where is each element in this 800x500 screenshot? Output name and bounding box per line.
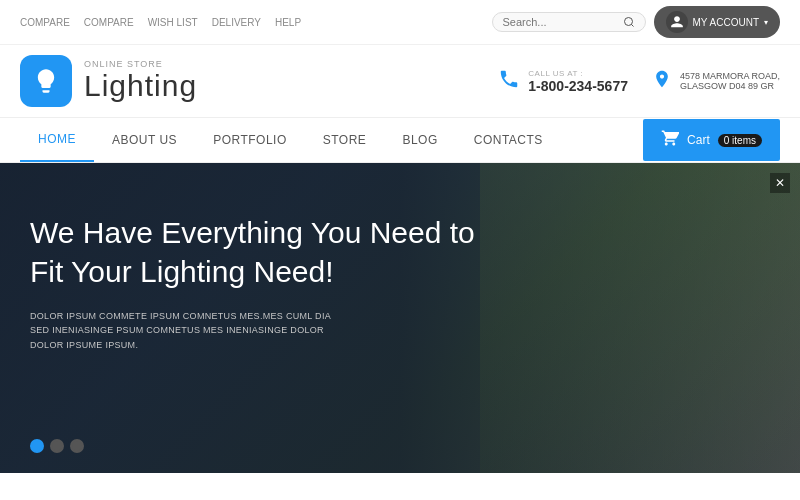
phone-label: CALL US AT : — [528, 69, 628, 78]
phone-number: 1-800-234-5677 — [528, 78, 628, 94]
address-line1: 4578 MARMORA ROAD, — [680, 71, 780, 81]
avatar — [666, 11, 688, 33]
chevron-down-icon: ▾ — [764, 18, 768, 27]
nav-store[interactable]: STORE — [305, 119, 385, 161]
phone-icon — [498, 68, 520, 95]
logo-icon — [20, 55, 72, 107]
dot-3[interactable] — [70, 439, 84, 453]
account-label: MY ACCOUNT — [693, 17, 760, 28]
search-button[interactable] — [623, 16, 635, 28]
cart-svg — [661, 129, 679, 147]
dot-1[interactable] — [30, 439, 44, 453]
cart-count: 0 items — [718, 134, 762, 147]
hero-decoration — [480, 163, 800, 473]
search-input[interactable] — [503, 16, 623, 28]
online-store-label: ONLINE STORE — [84, 59, 197, 69]
phone-details: CALL US AT : 1-800-234-5677 — [528, 69, 628, 94]
hero-section: We Have Everything You Need to Fit Your … — [0, 163, 800, 473]
logo-text-area: ONLINE STORE Lighting — [84, 59, 197, 103]
dot-2[interactable] — [50, 439, 64, 453]
compare-link-1[interactable]: COMPARE — [20, 17, 70, 28]
search-box — [492, 12, 646, 32]
cart-button[interactable]: Cart 0 items — [643, 119, 780, 161]
logo-area: ONLINE STORE Lighting — [20, 55, 197, 107]
hero-content: We Have Everything You Need to Fit Your … — [0, 163, 520, 382]
account-button[interactable]: MY ACCOUNT ▾ — [654, 6, 781, 38]
phone-contact: CALL US AT : 1-800-234-5677 — [498, 68, 628, 95]
lightbulb-icon — [32, 67, 60, 95]
cart-icon — [661, 129, 679, 151]
nav-about[interactable]: ABOUT US — [94, 119, 195, 161]
compare-link-2[interactable]: COMPARE — [84, 17, 134, 28]
navbar: HOME ABOUT US PORTFOLIO STORE BLOG CONTA… — [0, 117, 800, 163]
hero-close-button[interactable]: ✕ — [770, 173, 790, 193]
nav-blog[interactable]: BLOG — [384, 119, 455, 161]
delivery-link[interactable]: DELIVERY — [212, 17, 261, 28]
utility-bar: COMPARE COMPARE WISH LIST DELIVERY HELP … — [0, 0, 800, 45]
nav-portfolio[interactable]: PORTFOLIO — [195, 119, 305, 161]
utility-right: MY ACCOUNT ▾ — [492, 6, 781, 38]
cart-label: Cart — [687, 133, 710, 147]
wishlist-link[interactable]: WISH LIST — [148, 17, 198, 28]
nav-links: HOME ABOUT US PORTFOLIO STORE BLOG CONTA… — [20, 118, 561, 162]
nav-home[interactable]: HOME — [20, 118, 94, 162]
address-line2: GLASGOW D04 89 GR — [680, 81, 780, 91]
contact-info: CALL US AT : 1-800-234-5677 4578 MARMORA… — [498, 68, 780, 95]
hero-dots — [30, 439, 84, 453]
map-pin-svg — [652, 69, 672, 89]
hero-subtitle: DOLOR IPSUM COMMETE IPSUM COMNETUS MES.M… — [30, 309, 350, 352]
utility-links: COMPARE COMPARE WISH LIST DELIVERY HELP — [20, 17, 301, 28]
help-link[interactable]: HELP — [275, 17, 301, 28]
user-icon — [670, 15, 684, 29]
hero-title: We Have Everything You Need to Fit Your … — [30, 213, 490, 291]
header: ONLINE STORE Lighting CALL US AT : 1-800… — [0, 45, 800, 117]
address-contact: 4578 MARMORA ROAD, GLASGOW D04 89 GR — [652, 69, 780, 94]
svg-line-1 — [631, 24, 633, 26]
search-icon — [623, 16, 635, 28]
phone-svg — [498, 68, 520, 90]
svg-point-0 — [624, 18, 632, 26]
close-icon: ✕ — [775, 176, 785, 190]
logo-name: Lighting — [84, 69, 197, 103]
address-details: 4578 MARMORA ROAD, GLASGOW D04 89 GR — [680, 71, 780, 91]
location-icon — [652, 69, 672, 94]
nav-contacts[interactable]: CONTACTS — [456, 119, 561, 161]
